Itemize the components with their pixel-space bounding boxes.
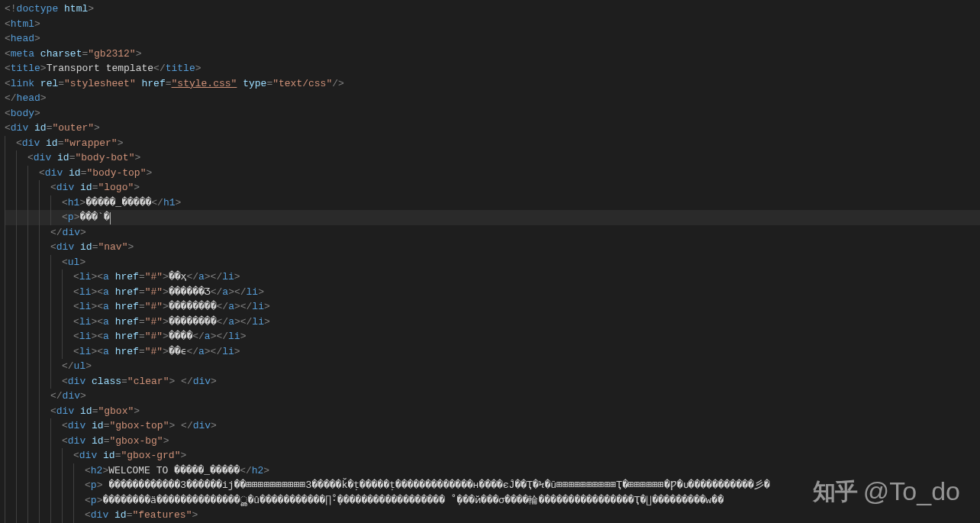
code-line[interactable]: </ul> — [5, 359, 980, 374]
code-line[interactable]: <div id="gbox-grd"> — [5, 448, 980, 463]
code-line[interactable]: <!doctype html> — [5, 2, 980, 17]
code-line[interactable]: <li><a href="#">����</a></li> — [5, 329, 980, 344]
code-line[interactable]: <li><a href="#">��ҳ</a></li> — [5, 270, 980, 285]
watermark-handle: @To_do — [863, 484, 960, 499]
code-line[interactable]: </div> — [5, 389, 980, 404]
code-line[interactable]: </head> — [5, 91, 980, 106]
code-line[interactable]: <head> — [5, 31, 980, 47]
zhihu-logo-icon: 知乎 — [813, 484, 857, 499]
code-line[interactable]: <div class="clear"> </div> — [5, 374, 980, 389]
code-line[interactable]: <div id="gbox-bg"> — [5, 434, 980, 449]
code-line[interactable]: <div id="outer"> — [5, 121, 980, 136]
code-line[interactable]: <div id="gbox"> — [5, 404, 980, 419]
code-line[interactable]: <ul> — [5, 255, 980, 270]
code-line[interactable]: <body> — [5, 106, 980, 121]
code-line[interactable]: <li><a href="#">������Ʒ</a></li> — [5, 285, 980, 300]
code-line[interactable]: <div id="body-top"> — [5, 166, 980, 181]
code-line[interactable]: <h2>WELCOME TO �����_�����</h2> — [5, 463, 980, 479]
code-line[interactable]: <h1>�����_�����</h1> — [5, 195, 980, 211]
code-line[interactable]: <li><a href="#">��������</a></li> — [5, 299, 980, 315]
code-line[interactable]: <title>Transport template</title> — [5, 61, 980, 76]
code-line[interactable]: <li><a href="#">��������</a></li> — [5, 315, 980, 330]
code-line[interactable]: <div id="nav"> — [5, 240, 980, 255]
watermark: 知乎 @To_do — [813, 484, 960, 499]
code-line[interactable]: <div id="logo"> — [5, 180, 980, 195]
code-line[interactable]: <div id="body-bot"> — [5, 150, 980, 166]
code-line[interactable]: <div id="gbox-top"> </div> — [5, 418, 980, 434]
code-line[interactable]: <div id="features"> — [5, 508, 980, 523]
code-line[interactable]: <html> — [5, 17, 980, 32]
code-line[interactable]: <link rel="stylesheet" href="style.css" … — [5, 76, 980, 92]
code-line[interactable]: <p>���`� — [5, 210, 980, 225]
code-line[interactable]: </div> — [5, 225, 980, 241]
code-line[interactable]: <li><a href="#">��ϵ</a></li> — [5, 344, 980, 360]
code-line[interactable]: <meta charset="gb2312"> — [5, 47, 980, 62]
code-line[interactable]: <div id="wrapper"> — [5, 136, 980, 151]
code-content[interactable]: <!doctype html><html><head><meta charset… — [5, 0, 980, 523]
text-cursor — [110, 212, 111, 224]
code-editor[interactable]: <!doctype html><html><head><meta charset… — [0, 0, 980, 523]
